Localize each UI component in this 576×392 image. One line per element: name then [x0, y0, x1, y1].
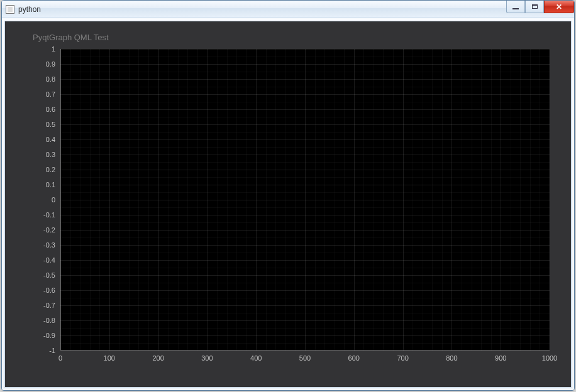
y-tick-label: 0.6 [46, 106, 55, 113]
gridline-h-minor [60, 207, 550, 208]
close-icon: ✕ [556, 3, 562, 11]
gridline-h-minor [60, 283, 550, 283]
x-tick-label: 1000 [542, 354, 557, 362]
y-tick-label: 0.9 [46, 60, 55, 68]
y-tick-label: 0.8 [46, 75, 55, 83]
x-tick-label: 200 [152, 354, 163, 362]
close-button[interactable]: ✕ [544, 1, 574, 13]
gridline-h [60, 79, 550, 80]
maximize-button[interactable] [525, 1, 544, 13]
y-tick-label: -0.2 [43, 226, 55, 234]
gridline-h-minor [60, 87, 550, 87]
gridline-h [60, 124, 550, 125]
x-tick-label: 600 [348, 354, 360, 362]
gridline-h-minor [60, 132, 550, 133]
gridline-h [60, 185, 550, 185]
gridline-h-minor [60, 162, 550, 163]
y-tick-label: -0.5 [43, 271, 55, 279]
y-tick-label: 1 [52, 45, 55, 53]
gridline-h [60, 260, 550, 261]
gridline-h [60, 215, 550, 215]
y-tick-label: -0.1 [43, 211, 55, 219]
x-tick-label: 900 [495, 354, 506, 362]
x-tick-label: 0 [58, 354, 62, 362]
gridline-h-minor [60, 222, 550, 223]
x-tick-label: 700 [397, 354, 408, 362]
window-title: python [18, 5, 41, 14]
gridline-h-minor [60, 328, 550, 329]
gridline-h [60, 170, 550, 170]
x-tick-label: 400 [250, 354, 262, 362]
gridline-h-minor [60, 253, 550, 253]
gridline-h-minor [60, 72, 550, 72]
gridline-h [60, 290, 550, 291]
gridline-h-minor [60, 313, 550, 313]
gridline-h [60, 94, 550, 95]
app-window: python ✕ PyqtGraph QML Test 010020030040… [1, 0, 575, 391]
y-tick-label: 0.3 [46, 151, 55, 158]
gridline-h-minor [60, 57, 550, 57]
minimize-button[interactable] [506, 1, 525, 13]
gridline-h [60, 335, 550, 336]
chart[interactable]: PyqtGraph QML Test 010020030040050060070… [26, 33, 550, 368]
titlebar[interactable]: python ✕ [2, 1, 574, 18]
maximize-icon [532, 4, 538, 9]
y-tick-label: -0.4 [43, 256, 55, 264]
plot-region[interactable]: 01002003004005006007008009001000 -1-0.9-… [60, 49, 550, 351]
client-area: PyqtGraph QML Test 010020030040050060070… [2, 18, 574, 390]
gridline-h-minor [60, 177, 550, 178]
chart-title: PyqtGraph QML Test [33, 33, 550, 42]
gridline-h [60, 139, 550, 140]
gridline-h-minor [60, 268, 550, 268]
x-tick-label: 100 [104, 354, 115, 362]
gridline-h-minor [60, 298, 550, 298]
app-icon [6, 5, 14, 14]
x-tick-label: 300 [201, 354, 213, 362]
gridline-v [550, 49, 550, 351]
y-tick-label: -1 [49, 347, 55, 354]
y-tick-label: 0.5 [46, 121, 55, 128]
gridline-h [60, 109, 550, 110]
gridline-h [60, 200, 550, 200]
gridline-h [60, 275, 550, 276]
y-tick-label: -0.3 [43, 241, 55, 249]
y-tick-label: -0.8 [43, 317, 55, 324]
y-tick-label: 0.2 [46, 166, 55, 173]
y-tick-label: -0.7 [43, 302, 55, 309]
gridline-h [60, 155, 550, 155]
plot-frame: PyqtGraph QML Test 010020030040050060070… [4, 21, 572, 388]
y-tick-label: -0.6 [43, 286, 55, 294]
gridline-h-minor [60, 192, 550, 193]
gridline-h-minor [60, 343, 550, 344]
x-tick-label: 800 [446, 354, 457, 362]
gridline-h [60, 305, 550, 306]
gridline-h [60, 320, 550, 321]
gridline-h-minor [60, 147, 550, 148]
y-tick-label: -0.9 [43, 332, 55, 339]
y-tick-label: 0 [52, 196, 55, 204]
y-tick-label: 0.1 [46, 181, 55, 188]
gridline-h-minor [60, 237, 550, 238]
gridline-h [60, 64, 550, 65]
gridline-h-minor [60, 102, 550, 102]
y-tick-label: 0.7 [46, 90, 55, 98]
minimize-icon [512, 8, 519, 9]
y-tick-label: 0.4 [46, 136, 55, 143]
gridline-h-minor [60, 117, 550, 117]
x-tick-label: 500 [299, 354, 311, 362]
gridline-h [60, 351, 550, 351]
gridline-h [60, 49, 550, 50]
gridline-h [60, 245, 550, 246]
gridline-h [60, 230, 550, 231]
window-controls: ✕ [506, 1, 574, 13]
